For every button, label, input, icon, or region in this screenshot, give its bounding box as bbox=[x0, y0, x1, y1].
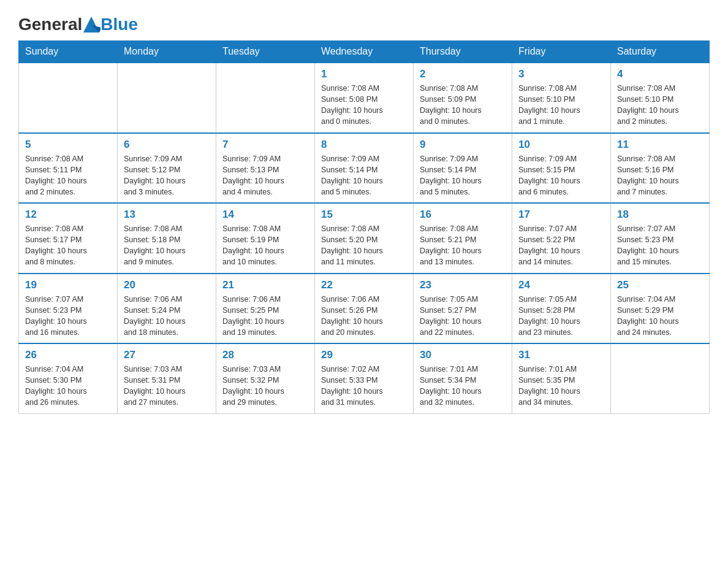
calendar-cell: 7Sunrise: 7:09 AM Sunset: 5:13 PM Daylig… bbox=[216, 133, 315, 204]
day-info: Sunrise: 7:08 AM Sunset: 5:21 PM Dayligh… bbox=[420, 223, 506, 268]
day-info: Sunrise: 7:05 AM Sunset: 5:27 PM Dayligh… bbox=[420, 294, 506, 339]
day-number: 6 bbox=[124, 139, 210, 151]
week-row-2: 5Sunrise: 7:08 AM Sunset: 5:11 PM Daylig… bbox=[19, 133, 710, 204]
day-number: 20 bbox=[124, 279, 210, 291]
calendar-cell: 9Sunrise: 7:09 AM Sunset: 5:14 PM Daylig… bbox=[414, 133, 512, 204]
calendar-cell: 3Sunrise: 7:08 AM Sunset: 5:10 PM Daylig… bbox=[512, 63, 611, 133]
col-header-friday: Friday bbox=[512, 41, 611, 63]
calendar-cell: 29Sunrise: 7:02 AM Sunset: 5:33 PM Dayli… bbox=[315, 343, 414, 413]
calendar-table: SundayMondayTuesdayWednesdayThursdayFrid… bbox=[18, 40, 710, 414]
day-info: Sunrise: 7:08 AM Sunset: 5:09 PM Dayligh… bbox=[420, 83, 506, 128]
logo-blue-text: Blue bbox=[100, 15, 138, 34]
day-info: Sunrise: 7:06 AM Sunset: 5:24 PM Dayligh… bbox=[124, 294, 210, 339]
calendar-cell bbox=[118, 63, 216, 133]
calendar-cell: 10Sunrise: 7:09 AM Sunset: 5:15 PM Dayli… bbox=[512, 133, 611, 204]
calendar-cell: 25Sunrise: 7:04 AM Sunset: 5:29 PM Dayli… bbox=[611, 274, 710, 344]
day-number: 13 bbox=[124, 209, 210, 221]
day-info: Sunrise: 7:08 AM Sunset: 5:18 PM Dayligh… bbox=[124, 223, 210, 268]
day-number: 26 bbox=[25, 349, 111, 361]
calendar-cell: 6Sunrise: 7:09 AM Sunset: 5:12 PM Daylig… bbox=[118, 133, 216, 204]
day-number: 22 bbox=[321, 279, 407, 291]
day-info: Sunrise: 7:09 AM Sunset: 5:14 PM Dayligh… bbox=[420, 153, 506, 198]
day-info: Sunrise: 7:08 AM Sunset: 5:16 PM Dayligh… bbox=[617, 153, 703, 198]
calendar-cell: 8Sunrise: 7:09 AM Sunset: 5:14 PM Daylig… bbox=[315, 133, 414, 204]
col-header-sunday: Sunday bbox=[19, 41, 118, 63]
day-info: Sunrise: 7:08 AM Sunset: 5:11 PM Dayligh… bbox=[25, 153, 111, 198]
logo-general-text: General bbox=[18, 15, 82, 34]
calendar-cell: 14Sunrise: 7:08 AM Sunset: 5:19 PM Dayli… bbox=[216, 203, 315, 274]
page-header: GeneralBlue bbox=[18, 15, 710, 34]
day-info: Sunrise: 7:08 AM Sunset: 5:10 PM Dayligh… bbox=[518, 83, 604, 128]
day-number: 12 bbox=[25, 209, 111, 221]
calendar-cell: 2Sunrise: 7:08 AM Sunset: 5:09 PM Daylig… bbox=[414, 63, 512, 133]
day-info: Sunrise: 7:09 AM Sunset: 5:15 PM Dayligh… bbox=[518, 153, 604, 198]
day-info: Sunrise: 7:08 AM Sunset: 5:10 PM Dayligh… bbox=[617, 83, 703, 128]
col-header-thursday: Thursday bbox=[414, 41, 512, 63]
calendar-cell: 20Sunrise: 7:06 AM Sunset: 5:24 PM Dayli… bbox=[118, 274, 216, 344]
day-number: 19 bbox=[25, 279, 111, 291]
day-number: 9 bbox=[420, 139, 506, 151]
calendar-cell: 18Sunrise: 7:07 AM Sunset: 5:23 PM Dayli… bbox=[611, 203, 710, 274]
day-number: 15 bbox=[321, 209, 407, 221]
logo: GeneralBlue bbox=[18, 15, 138, 34]
day-info: Sunrise: 7:07 AM Sunset: 5:23 PM Dayligh… bbox=[25, 294, 111, 339]
day-number: 30 bbox=[420, 349, 506, 361]
day-number: 14 bbox=[222, 209, 308, 221]
calendar-cell: 26Sunrise: 7:04 AM Sunset: 5:30 PM Dayli… bbox=[19, 343, 118, 413]
col-header-tuesday: Tuesday bbox=[216, 41, 315, 63]
day-number: 11 bbox=[617, 139, 703, 151]
day-info: Sunrise: 7:04 AM Sunset: 5:30 PM Dayligh… bbox=[25, 364, 111, 408]
calendar-header-row: SundayMondayTuesdayWednesdayThursdayFrid… bbox=[19, 41, 710, 63]
day-info: Sunrise: 7:06 AM Sunset: 5:25 PM Dayligh… bbox=[222, 294, 308, 339]
day-info: Sunrise: 7:09 AM Sunset: 5:13 PM Dayligh… bbox=[222, 153, 308, 198]
calendar-cell: 17Sunrise: 7:07 AM Sunset: 5:22 PM Dayli… bbox=[512, 203, 611, 274]
calendar-cell: 28Sunrise: 7:03 AM Sunset: 5:32 PM Dayli… bbox=[216, 343, 315, 413]
day-info: Sunrise: 7:05 AM Sunset: 5:28 PM Dayligh… bbox=[518, 294, 604, 339]
day-info: Sunrise: 7:08 AM Sunset: 5:17 PM Dayligh… bbox=[25, 223, 111, 268]
col-header-wednesday: Wednesday bbox=[315, 41, 414, 63]
day-number: 23 bbox=[420, 279, 506, 291]
calendar-cell: 31Sunrise: 7:01 AM Sunset: 5:35 PM Dayli… bbox=[512, 343, 611, 413]
day-number: 1 bbox=[321, 68, 407, 80]
day-number: 25 bbox=[617, 279, 703, 291]
day-info: Sunrise: 7:01 AM Sunset: 5:34 PM Dayligh… bbox=[420, 364, 506, 408]
calendar-cell bbox=[216, 63, 315, 133]
calendar-cell bbox=[611, 343, 710, 413]
week-row-1: 1Sunrise: 7:08 AM Sunset: 5:08 PM Daylig… bbox=[19, 63, 710, 133]
calendar-cell: 13Sunrise: 7:08 AM Sunset: 5:18 PM Dayli… bbox=[118, 203, 216, 274]
calendar-cell: 19Sunrise: 7:07 AM Sunset: 5:23 PM Dayli… bbox=[19, 274, 118, 344]
day-info: Sunrise: 7:04 AM Sunset: 5:29 PM Dayligh… bbox=[617, 294, 703, 339]
calendar-cell: 1Sunrise: 7:08 AM Sunset: 5:08 PM Daylig… bbox=[315, 63, 414, 133]
col-header-monday: Monday bbox=[118, 41, 216, 63]
col-header-saturday: Saturday bbox=[611, 41, 710, 63]
day-number: 3 bbox=[518, 68, 604, 80]
day-number: 29 bbox=[321, 349, 407, 361]
day-info: Sunrise: 7:08 AM Sunset: 5:08 PM Dayligh… bbox=[321, 83, 407, 128]
day-info: Sunrise: 7:02 AM Sunset: 5:33 PM Dayligh… bbox=[321, 364, 407, 408]
day-number: 24 bbox=[518, 279, 604, 291]
day-info: Sunrise: 7:09 AM Sunset: 5:14 PM Dayligh… bbox=[321, 153, 407, 198]
day-number: 18 bbox=[617, 209, 703, 221]
calendar-cell: 24Sunrise: 7:05 AM Sunset: 5:28 PM Dayli… bbox=[512, 274, 611, 344]
week-row-5: 26Sunrise: 7:04 AM Sunset: 5:30 PM Dayli… bbox=[19, 343, 710, 413]
day-number: 31 bbox=[518, 349, 604, 361]
week-row-3: 12Sunrise: 7:08 AM Sunset: 5:17 PM Dayli… bbox=[19, 203, 710, 274]
day-number: 2 bbox=[420, 68, 506, 80]
calendar-cell: 16Sunrise: 7:08 AM Sunset: 5:21 PM Dayli… bbox=[414, 203, 512, 274]
calendar-cell: 5Sunrise: 7:08 AM Sunset: 5:11 PM Daylig… bbox=[19, 133, 118, 204]
calendar-cell: 23Sunrise: 7:05 AM Sunset: 5:27 PM Dayli… bbox=[414, 274, 512, 344]
calendar-cell bbox=[19, 63, 118, 133]
calendar-cell: 15Sunrise: 7:08 AM Sunset: 5:20 PM Dayli… bbox=[315, 203, 414, 274]
day-info: Sunrise: 7:09 AM Sunset: 5:12 PM Dayligh… bbox=[124, 153, 210, 198]
day-number: 7 bbox=[222, 139, 308, 151]
day-number: 4 bbox=[617, 68, 703, 80]
calendar-cell: 12Sunrise: 7:08 AM Sunset: 5:17 PM Dayli… bbox=[19, 203, 118, 274]
day-info: Sunrise: 7:06 AM Sunset: 5:26 PM Dayligh… bbox=[321, 294, 407, 339]
calendar-cell: 27Sunrise: 7:03 AM Sunset: 5:31 PM Dayli… bbox=[118, 343, 216, 413]
day-info: Sunrise: 7:03 AM Sunset: 5:32 PM Dayligh… bbox=[222, 364, 308, 408]
day-info: Sunrise: 7:03 AM Sunset: 5:31 PM Dayligh… bbox=[124, 364, 210, 408]
calendar-cell: 21Sunrise: 7:06 AM Sunset: 5:25 PM Dayli… bbox=[216, 274, 315, 344]
calendar-cell: 30Sunrise: 7:01 AM Sunset: 5:34 PM Dayli… bbox=[414, 343, 512, 413]
day-info: Sunrise: 7:08 AM Sunset: 5:19 PM Dayligh… bbox=[222, 223, 308, 268]
day-info: Sunrise: 7:01 AM Sunset: 5:35 PM Dayligh… bbox=[518, 364, 604, 408]
